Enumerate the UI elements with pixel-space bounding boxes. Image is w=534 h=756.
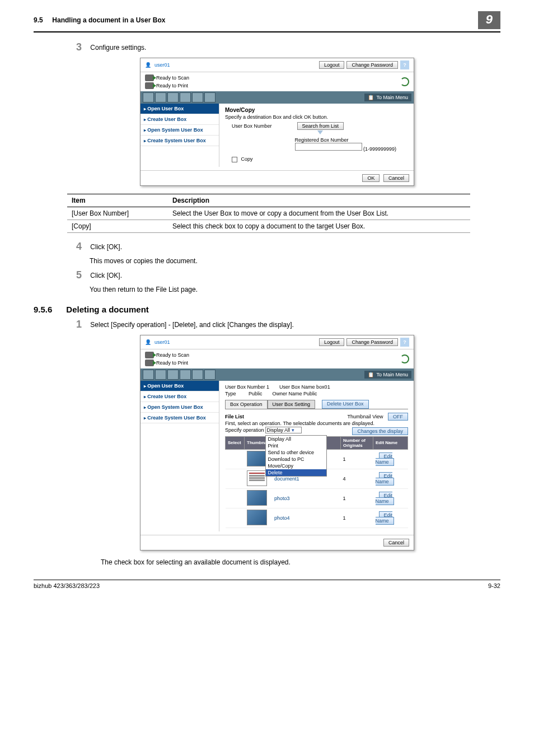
user-box-number-label: User Box Number <box>232 123 293 129</box>
after-shot2-text: The check box for selecting an available… <box>101 558 500 566</box>
ok-button[interactable]: OK <box>362 174 380 182</box>
user-label: user01 <box>154 339 170 345</box>
panel-title: Move/Copy <box>225 107 408 113</box>
cancel-button[interactable]: Cancel <box>383 174 409 182</box>
toolbar-icon[interactable] <box>167 370 179 380</box>
edit-name-button[interactable]: Edit Name <box>376 472 394 486</box>
scan-icon <box>145 74 154 81</box>
file-list-title: File List <box>225 414 244 419</box>
print-icon <box>145 360 154 366</box>
changes-display-button[interactable]: Changes the display <box>352 427 408 435</box>
thumbnail <box>247 451 267 466</box>
search-from-list-button[interactable]: Search from List <box>297 122 344 130</box>
copy-checkbox[interactable] <box>232 157 237 162</box>
toolbar-icon[interactable] <box>192 370 203 380</box>
step-4-sub: This moves or copies the document. <box>90 257 500 265</box>
change-password-button[interactable]: Change Password <box>346 338 398 346</box>
screenshot-file-list: 👤 user01 Logout Change Password ? Ready … <box>140 335 414 550</box>
user-icon: 👤 <box>145 339 151 345</box>
toolbar-icon[interactable] <box>155 370 166 380</box>
toolbar-icon[interactable] <box>180 370 191 380</box>
to-main-menu-button[interactable]: 📋To Main Menu <box>364 94 411 101</box>
cancel-button[interactable]: Cancel <box>383 539 409 547</box>
step-5-sub: You then return to the File List page. <box>90 286 500 293</box>
change-password-button[interactable]: Change Password <box>346 61 398 69</box>
dropdown-options: Display All Print Send to other device D… <box>265 435 327 477</box>
screenshot-move-copy: 👤 user01 Logout Change Password ? Ready … <box>140 58 414 186</box>
delete-user-box-button[interactable]: Delete User Box <box>322 400 369 409</box>
first-select-text: First, select an operation. The selectab… <box>225 421 408 426</box>
logout-button[interactable]: Logout <box>319 61 345 69</box>
table-row: [User Box Number]Select the User Box to … <box>67 207 470 220</box>
refresh-icon[interactable] <box>400 77 409 86</box>
thumbnail-off-button[interactable]: OFF <box>388 413 408 421</box>
chapter-number: 9 <box>478 11 500 29</box>
user-label: user01 <box>154 62 170 68</box>
help-icon[interactable]: ? <box>400 60 409 69</box>
logout-button[interactable]: Logout <box>319 338 345 346</box>
table-row: photo31Edit Name <box>226 488 408 508</box>
scan-icon <box>145 352 154 358</box>
range-label: (1-999999999) <box>363 146 396 152</box>
toolbar-icon[interactable] <box>192 92 203 102</box>
step-1: 1 Select [Specify operation] - [Delete],… <box>67 319 500 330</box>
edit-name-button[interactable]: Edit Name <box>376 511 394 525</box>
tab-box-operation[interactable]: Box Operation <box>225 400 268 409</box>
toolbar-icon[interactable] <box>155 92 166 102</box>
model-label: bizhub 423/363/283/223 <box>34 582 100 589</box>
toolbar-icon[interactable] <box>204 92 216 102</box>
toolbar-icon[interactable] <box>167 92 179 102</box>
nav-sidebar: Open User Box Create User Box Open Syste… <box>140 381 219 531</box>
nav-create-system-user-box[interactable]: Create System User Box <box>140 413 219 423</box>
help-icon[interactable]: ? <box>400 338 409 347</box>
chevron-down-icon <box>317 130 323 134</box>
copy-label: Copy <box>241 156 253 162</box>
toolbar-icon[interactable] <box>180 92 191 102</box>
nav-open-system-user-box[interactable]: Open System User Box <box>140 402 219 413</box>
step-5: 5 Click [OK]. <box>67 269 500 281</box>
page-footer: bizhub 423/363/283/223 9-32 <box>34 580 500 589</box>
panel-subtitle: Specify a destination Box and click OK b… <box>225 114 408 120</box>
to-main-menu-button[interactable]: 📋To Main Menu <box>364 371 411 379</box>
subsection-956: 9.5.6 Deleting a document <box>34 305 500 314</box>
edit-name-button[interactable]: Edit Name <box>376 452 394 466</box>
page-header: 9.5 Handling a document in a User Box 9 <box>34 11 500 32</box>
nav-create-user-box[interactable]: Create User Box <box>140 114 219 125</box>
tab-user-box-setting[interactable]: User Box Setting <box>268 400 316 409</box>
page-number: 9-32 <box>488 582 500 589</box>
nav-sidebar: Open User Box Create User Box Open Syste… <box>140 104 219 167</box>
nav-create-user-box[interactable]: Create User Box <box>140 391 219 402</box>
thumbnail <box>247 470 267 486</box>
user-icon: 👤 <box>145 62 151 68</box>
registered-box-label: Registered Box Number <box>295 137 349 143</box>
toolbar-icon[interactable] <box>143 92 154 102</box>
box-number-input[interactable] <box>295 143 362 151</box>
nav-open-user-box[interactable]: Open User Box <box>140 381 219 391</box>
print-icon <box>145 82 154 89</box>
section-num: 9.5 <box>34 16 43 24</box>
thumbnail <box>247 490 267 506</box>
nav-open-user-box[interactable]: Open User Box <box>140 104 219 114</box>
specify-operation-select[interactable]: Display All ▾ <box>265 427 302 433</box>
thumbnail <box>247 510 267 525</box>
table-row: [Copy]Select this check box to copy a do… <box>67 220 470 232</box>
nav-create-system-user-box[interactable]: Create System User Box <box>140 136 219 146</box>
edit-name-button[interactable]: Edit Name <box>376 492 394 505</box>
step-4: 4 Click [OK]. <box>67 241 500 253</box>
toolbar-icon[interactable] <box>143 370 154 380</box>
step-3: 3 Configure settings. <box>67 41 500 53</box>
toolbar-icon[interactable] <box>204 370 216 380</box>
nav-open-system-user-box[interactable]: Open System User Box <box>140 125 219 136</box>
refresh-icon[interactable] <box>400 354 409 363</box>
section-title: Handling a document in a User Box <box>52 16 165 24</box>
table-row: photo41Edit Name <box>226 508 408 528</box>
item-description-table: ItemDescription [User Box Number]Select … <box>67 194 470 233</box>
